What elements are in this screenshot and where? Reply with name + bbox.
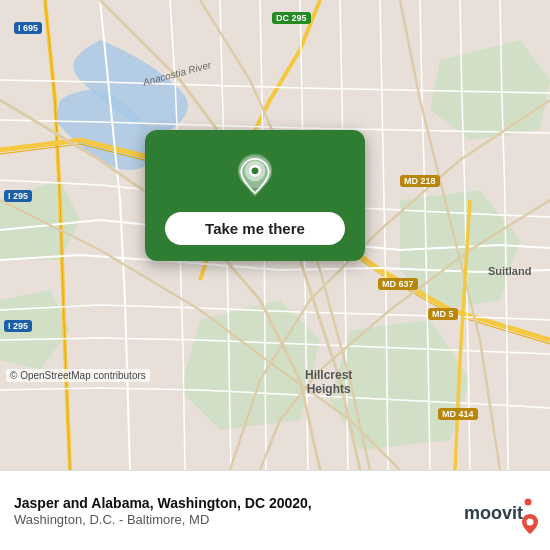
svg-text:moovit: moovit (464, 503, 523, 523)
label-md414: MD 414 (438, 408, 478, 420)
address-info: Jasper and Alabama, Washington, DC 20020… (14, 494, 464, 529)
label-i695: I 695 (14, 22, 42, 34)
label-md5: MD 5 (428, 308, 458, 320)
osm-attribution: © OpenStreetMap contributors (6, 369, 150, 382)
label-dc295-top: DC 295 (272, 12, 311, 24)
label-i295-mid: I 295 (4, 190, 32, 202)
svg-point-11 (252, 167, 259, 174)
location-card: Take me there (145, 130, 365, 261)
take-me-there-button[interactable]: Take me there (165, 212, 345, 245)
svg-point-13 (525, 498, 532, 505)
label-suitland: Suitland (488, 265, 531, 277)
address-line1: Jasper and Alabama, Washington, DC 20020… (14, 494, 454, 512)
label-md637: MD 637 (378, 278, 418, 290)
address-line2: Washington, D.C. - Baltimore, MD (14, 512, 454, 529)
label-i295-bottom: I 295 (4, 320, 32, 332)
app: I 695 DC 295 I 295 I 295 MD 218 MD 637 M… (0, 0, 550, 550)
map-container: I 695 DC 295 I 295 I 295 MD 218 MD 637 M… (0, 0, 550, 470)
bottom-bar: Jasper and Alabama, Washington, DC 20020… (0, 470, 550, 550)
label-md218: MD 218 (400, 175, 440, 187)
moovit-logo: moovit (464, 497, 536, 527)
location-pin-icon (231, 152, 279, 200)
moovit-pin-icon (520, 512, 540, 536)
svg-point-14 (527, 519, 534, 526)
label-hillcrest-heights: HillcrestHeights (305, 368, 352, 396)
